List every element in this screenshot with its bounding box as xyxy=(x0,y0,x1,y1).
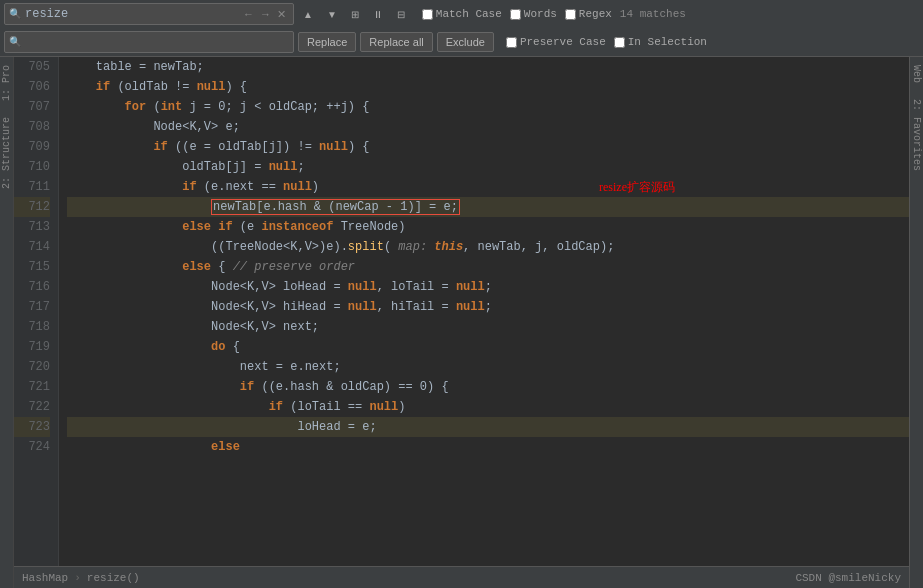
sidebar-tab-structure[interactable]: 2: Structure xyxy=(0,109,13,197)
status-right: CSDN @smileNicky xyxy=(795,572,901,584)
line-num-712: 712 xyxy=(14,197,50,217)
sidebar-tab-favorites[interactable]: 2: Favorites xyxy=(910,91,923,179)
code-line-705: table = newTab; xyxy=(67,57,909,77)
line-num-706: 706 xyxy=(14,77,50,97)
code-line-717: Node<K,V> hiHead = null, hiTail = null; xyxy=(67,297,909,317)
code-line-713: else if (e instanceof TreeNode) xyxy=(67,217,909,237)
code-line-709: if ((e = oldTab[j]) != null) { xyxy=(67,137,909,157)
right-sidebar: Web 2: Favorites xyxy=(909,57,923,588)
code-line-715: else { // preserve order xyxy=(67,257,909,277)
left-sidebar: 1: Pro 2: Structure xyxy=(0,57,14,588)
in-selection-label[interactable]: In Selection xyxy=(614,36,707,48)
code-lines[interactable]: table = newTab; if (oldTab != null) { fo… xyxy=(59,57,909,566)
search-filter-btn[interactable]: ⊟ xyxy=(392,6,410,23)
line-num-709: 709 xyxy=(14,137,50,157)
code-line-711: if (e.next == null) resize扩容源码 xyxy=(67,177,909,197)
line-num-711: 711 xyxy=(14,177,50,197)
line-num-719: 719 xyxy=(14,337,50,357)
prev-match-btn[interactable]: ▲ xyxy=(298,6,318,23)
line-numbers: 705 706 707 708 709 710 711 712 713 714 … xyxy=(14,57,59,566)
code-line-712: newTab[e.hash & (newCap - 1)] = e; xyxy=(67,197,909,217)
code-line-722: if (loTail == null) xyxy=(67,397,909,417)
next-match-btn[interactable]: ▼ xyxy=(322,6,342,23)
regex-label[interactable]: Regex xyxy=(565,8,612,20)
breadcrumb-sep: › xyxy=(74,572,81,584)
code-line-720: next = e.next; xyxy=(67,357,909,377)
line-num-707: 707 xyxy=(14,97,50,117)
search-input-container: 🔍 ← → ✕ xyxy=(4,3,294,25)
code-container[interactable]: 705 706 707 708 709 710 711 712 713 714 … xyxy=(14,57,909,566)
preserve-case-label[interactable]: Preserve Case xyxy=(506,36,606,48)
nav-prev-btn[interactable]: ← xyxy=(240,6,257,22)
search-pause-btn[interactable]: ⏸ xyxy=(368,6,388,23)
editor: 705 706 707 708 709 710 711 712 713 714 … xyxy=(14,57,909,588)
code-line-710: oldTab[j] = null; xyxy=(67,157,909,177)
line-num-723: 723 xyxy=(14,417,50,437)
line-num-705: 705 xyxy=(14,57,50,77)
search-word-btn[interactable]: ⊞ xyxy=(346,6,364,23)
search-icon: 🔍 xyxy=(9,8,21,20)
line-num-713: 713 xyxy=(14,217,50,237)
close-search-btn[interactable]: ✕ xyxy=(274,6,289,23)
line-num-715: 715 xyxy=(14,257,50,277)
line-num-714: 714 xyxy=(14,237,50,257)
nav-next-btn[interactable]: → xyxy=(257,6,274,22)
code-line-723: loHead = e; xyxy=(67,417,909,437)
match-case-label[interactable]: Match Case xyxy=(422,8,502,20)
line-num-718: 718 xyxy=(14,317,50,337)
exclude-btn[interactable]: Exclude xyxy=(437,32,494,52)
replace-input-container: 🔍 xyxy=(4,31,294,53)
toolbar-options-row2: Preserve Case In Selection xyxy=(506,36,707,48)
breadcrumb-path1: HashMap xyxy=(22,572,68,584)
code-line-718: Node<K,V> next; xyxy=(67,317,909,337)
code-line-706: if (oldTab != null) { xyxy=(67,77,909,97)
replace-all-btn[interactable]: Replace all xyxy=(360,32,432,52)
line-num-721: 721 xyxy=(14,377,50,397)
words-checkbox[interactable] xyxy=(510,9,521,20)
line-num-722: 722 xyxy=(14,397,50,417)
sidebar-tab-pro[interactable]: 1: Pro xyxy=(0,57,13,109)
line-num-710: 710 xyxy=(14,157,50,177)
search-input[interactable] xyxy=(25,7,240,21)
toolbar-options-row1: Match Case Words Regex 14 matches xyxy=(422,8,686,20)
status-bar: HashMap › resize() CSDN @smileNicky xyxy=(14,566,909,588)
preserve-case-checkbox[interactable] xyxy=(506,37,517,48)
words-label[interactable]: Words xyxy=(510,8,557,20)
replace-btn[interactable]: Replace xyxy=(298,32,356,52)
match-case-checkbox[interactable] xyxy=(422,9,433,20)
code-line-714: ((TreeNode<K,V>)e).split( map: this, new… xyxy=(67,237,909,257)
code-line-708: Node<K,V> e; xyxy=(67,117,909,137)
line-num-724: 724 xyxy=(14,437,50,457)
replace-icon: 🔍 xyxy=(9,36,21,48)
toolbar: 🔍 ← → ✕ ▲ ▼ ⊞ ⏸ ⊟ Match Case Words xyxy=(0,0,923,57)
sidebar-tab-web[interactable]: Web xyxy=(910,57,923,91)
line-num-716: 716 xyxy=(14,277,50,297)
replace-input[interactable] xyxy=(25,35,289,49)
code-line-716: Node<K,V> loHead = null, loTail = null; xyxy=(67,277,909,297)
code-line-721: if ((e.hash & oldCap) == 0) { xyxy=(67,377,909,397)
regex-checkbox[interactable] xyxy=(565,9,576,20)
main-area: 1: Pro 2: Structure 705 706 707 708 709 … xyxy=(0,57,923,588)
breadcrumb-path2: resize() xyxy=(87,572,140,584)
line-num-720: 720 xyxy=(14,357,50,377)
in-selection-checkbox[interactable] xyxy=(614,37,625,48)
code-line-724: else xyxy=(67,437,909,457)
code-line-707: for (int j = 0; j < oldCap; ++j) { xyxy=(67,97,909,117)
code-line-719: do { xyxy=(67,337,909,357)
matches-count: 14 matches xyxy=(620,8,686,20)
line-num-708: 708 xyxy=(14,117,50,137)
line-num-717: 717 xyxy=(14,297,50,317)
